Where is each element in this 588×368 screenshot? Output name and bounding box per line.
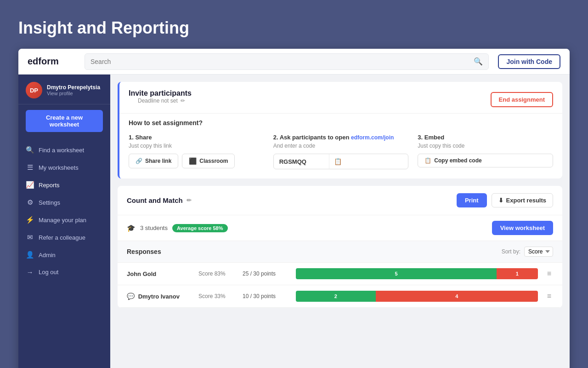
logout-icon: → bbox=[26, 268, 34, 276]
row-menu-button[interactable]: ≡ bbox=[545, 270, 553, 278]
page-heading: Insight and Reporting bbox=[18, 18, 570, 38]
how-to-section: How to set assignment? 1. Share Just cop… bbox=[119, 113, 562, 178]
sort-label: Sort by: bbox=[502, 248, 520, 255]
sidebar-item-find[interactable]: 🔍 Find a worksheet bbox=[18, 141, 110, 159]
app-window: edform 🔍 Join with Code DP Dmytro Perepe… bbox=[18, 49, 570, 368]
print-button[interactable]: Print bbox=[457, 193, 487, 207]
copy-embed-code-button[interactable]: 📋 Copy embed code bbox=[418, 154, 553, 167]
invite-title-wrap: Invite participants Deadline not set ✏ bbox=[129, 89, 194, 109]
chat-bubble-icon: 💬 bbox=[127, 293, 135, 300]
header-actions: Print ⬇ Export results bbox=[457, 193, 553, 207]
invite-subtitle: Deadline not set ✏ bbox=[129, 98, 194, 104]
response-points: 10 / 30 points bbox=[243, 293, 288, 299]
worksheet-section: Count and Match ✏ Print ⬇ Export results bbox=[118, 186, 562, 308]
logo: edform bbox=[28, 56, 74, 67]
refer-icon: ✉ bbox=[26, 233, 34, 242]
join-code-input[interactable] bbox=[274, 155, 329, 169]
score-bar-green: 2 bbox=[296, 291, 376, 302]
view-profile-link[interactable]: View profile bbox=[47, 91, 100, 96]
sidebar-item-my-worksheets[interactable]: ☰ My worksheets bbox=[18, 159, 110, 176]
sidebar: DP Dmytro Perepelytsia View profile Crea… bbox=[18, 75, 110, 368]
table-row: 💬 Dmytro Ivanov Score 33% 10 / 30 points… bbox=[118, 285, 562, 308]
worksheet-header: Count and Match ✏ Print ⬇ Export results bbox=[118, 186, 562, 215]
embed-icon: 📋 bbox=[424, 157, 431, 164]
sidebar-item-admin[interactable]: 👤 Admin bbox=[18, 246, 110, 264]
share-link-icon: 🔗 bbox=[136, 158, 142, 164]
score-bar-green: 5 bbox=[296, 268, 497, 279]
step-3-desc: Just copy this code bbox=[418, 143, 553, 149]
sidebar-item-label: Settings bbox=[39, 199, 60, 206]
search-icon: 🔍 bbox=[474, 57, 483, 66]
sidebar-item-settings[interactable]: ⚙ Settings bbox=[18, 194, 110, 211]
user-section: DP Dmytro Perepelytsia View profile bbox=[18, 75, 110, 104]
step-1-title: 1. Share bbox=[129, 134, 264, 141]
students-info: 🎓 3 students Average score 58% bbox=[127, 224, 228, 232]
score-bar-red: 1 bbox=[497, 268, 538, 279]
manage-plan-icon: ⚡ bbox=[26, 216, 34, 224]
classroom-icon: ⬛ bbox=[189, 157, 197, 165]
sidebar-item-refer[interactable]: ✉ Refer a colleague bbox=[18, 229, 110, 246]
settings-icon: ⚙ bbox=[26, 198, 34, 207]
response-name: John Gold bbox=[127, 270, 191, 277]
search-bar: 🔍 bbox=[85, 53, 489, 70]
classroom-button[interactable]: ⬛ Classroom bbox=[182, 154, 235, 168]
step-2-desc: And enter a code bbox=[273, 143, 409, 149]
copy-code-button[interactable]: 📋 bbox=[329, 154, 346, 169]
score-bar: 2 4 bbox=[296, 291, 538, 302]
sidebar-item-logout[interactable]: → Log out bbox=[18, 264, 110, 281]
student-icon: 🎓 bbox=[127, 224, 136, 232]
sidebar-item-reports[interactable]: 📈 Reports bbox=[18, 176, 110, 194]
view-worksheet-button[interactable]: View worksheet bbox=[492, 221, 553, 235]
steps-row: 1. Share Just copy this link 🔗 Share lin… bbox=[129, 134, 553, 169]
reports-icon: 📈 bbox=[26, 181, 34, 189]
join-with-code-button[interactable]: Join with Code bbox=[498, 54, 560, 69]
sidebar-item-label: Find a worksheet bbox=[39, 147, 84, 154]
top-nav: edform 🔍 Join with Code bbox=[18, 49, 570, 75]
step-2: 2. Ask participants to open edform.com/j… bbox=[273, 134, 409, 169]
edform-link[interactable]: edform.com/join bbox=[351, 134, 394, 141]
step-1: 1. Share Just copy this link 🔗 Share lin… bbox=[129, 134, 264, 168]
step-1-buttons: 🔗 Share link ⬛ Classroom bbox=[129, 154, 264, 168]
main-content: Invite participants Deadline not set ✏ E… bbox=[110, 75, 570, 368]
code-input-wrap: 📋 bbox=[273, 154, 409, 169]
admin-icon: 👤 bbox=[26, 251, 34, 259]
sidebar-item-label: Refer a colleague bbox=[39, 234, 85, 241]
end-assignment-button[interactable]: End assignment bbox=[491, 92, 553, 107]
invite-header: Invite participants Deadline not set ✏ E… bbox=[119, 82, 562, 113]
response-name: 💬 Dmytro Ivanov bbox=[127, 293, 191, 300]
step-2-title: 2. Ask participants to open edform.com/j… bbox=[273, 134, 409, 141]
user-name: Dmytro Perepelytsia bbox=[47, 84, 100, 91]
avatar: DP bbox=[26, 82, 42, 98]
sidebar-item-manage-plan[interactable]: ⚡ Manage your plan bbox=[18, 211, 110, 229]
invite-panel: Invite participants Deadline not set ✏ E… bbox=[118, 82, 562, 178]
score-bar: 5 1 bbox=[296, 268, 538, 279]
sidebar-item-label: Admin bbox=[39, 252, 56, 259]
edit-worksheet-icon[interactable]: ✏ bbox=[187, 197, 192, 204]
create-new-worksheet-button[interactable]: Create a new worksheet bbox=[26, 110, 103, 132]
sort-select[interactable]: Score Name Date bbox=[524, 247, 553, 257]
students-row: 🎓 3 students Average score 58% View work… bbox=[118, 215, 562, 241]
sidebar-item-label: My worksheets bbox=[39, 164, 79, 171]
sidebar-item-label: Log out bbox=[39, 269, 58, 276]
how-to-title: How to set assignment? bbox=[129, 119, 553, 126]
export-results-button[interactable]: ⬇ Export results bbox=[492, 193, 553, 207]
nav-items: 🔍 Find a worksheet ☰ My worksheets 📈 Rep… bbox=[18, 138, 110, 368]
students-count: 3 students bbox=[140, 224, 168, 231]
response-score: Score 83% bbox=[198, 270, 235, 277]
step-1-desc: Just copy this link bbox=[129, 143, 264, 149]
edit-deadline-icon[interactable]: ✏ bbox=[181, 98, 185, 104]
share-link-button[interactable]: 🔗 Share link bbox=[129, 154, 178, 168]
search-input[interactable] bbox=[90, 58, 474, 65]
user-info: Dmytro Perepelytsia View profile bbox=[47, 84, 100, 96]
my-worksheets-icon: ☰ bbox=[26, 163, 34, 172]
responses-title: Responses bbox=[127, 248, 161, 255]
table-row: John Gold Score 83% 25 / 30 points 5 1 ≡ bbox=[118, 263, 562, 285]
sidebar-item-label: Manage your plan bbox=[39, 217, 86, 224]
main-layout: DP Dmytro Perepelytsia View profile Crea… bbox=[18, 75, 570, 368]
step-3: 3. Embed Just copy this code 📋 Copy embe… bbox=[418, 134, 553, 167]
step-3-title: 3. Embed bbox=[418, 134, 553, 141]
export-icon: ⬇ bbox=[498, 197, 503, 204]
row-menu-button[interactable]: ≡ bbox=[545, 292, 553, 300]
avg-score-badge: Average score 58% bbox=[172, 224, 228, 232]
responses-header: Responses Sort by: Score Name Date bbox=[118, 241, 562, 263]
